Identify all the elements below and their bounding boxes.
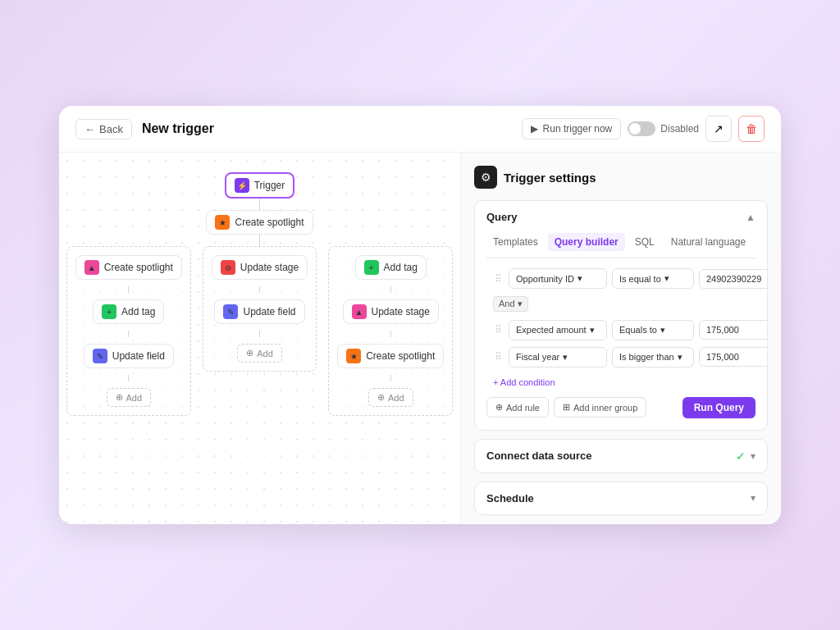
add-node-middle[interactable]: ⊕ Add bbox=[237, 344, 282, 363]
connector bbox=[128, 286, 129, 293]
tab-query-builder[interactable]: Query builder bbox=[548, 233, 625, 251]
chevron-down-icon-2: ▾ bbox=[664, 273, 669, 284]
operator-select-2[interactable]: Equals to ▾ bbox=[612, 320, 694, 340]
add-label-left: Add bbox=[126, 393, 143, 403]
run-trigger-button[interactable]: ▶ Run trigger now bbox=[522, 118, 622, 139]
remove-tag-label: Update stage bbox=[240, 262, 299, 273]
add-tag-node-1[interactable]: + Add tag bbox=[355, 255, 427, 280]
chevron-down-icon-1: ▾ bbox=[578, 273, 582, 284]
query-section-header[interactable]: Query ▲ bbox=[475, 201, 767, 233]
value-label-3: 175,000 bbox=[706, 352, 739, 362]
check-icon: ✓ bbox=[736, 450, 746, 463]
trigger-icon: ⚡ bbox=[235, 178, 249, 193]
remove-tag-node[interactable]: ⊖ Update stage bbox=[212, 255, 308, 280]
add-tag-icon-1: + bbox=[364, 260, 379, 275]
create-spotlight-node-2[interactable]: ★ Create spotlight bbox=[337, 344, 444, 368]
value-input-1[interactable]: 24902390229 bbox=[699, 269, 768, 289]
chevron-down-icon-3: ▾ bbox=[590, 325, 595, 336]
update-stage-icon-1: ▲ bbox=[84, 260, 99, 275]
back-button[interactable]: ← Back bbox=[75, 119, 132, 139]
tab-sql[interactable]: SQL bbox=[628, 233, 661, 251]
header-check: ✓ ▾ bbox=[736, 450, 756, 463]
schedule-label: Schedule bbox=[486, 492, 534, 504]
connector bbox=[390, 331, 391, 337]
add-rule-label: Add rule bbox=[506, 403, 540, 413]
query-label: Query bbox=[486, 211, 518, 223]
branch-right: + Add tag ▲ Update stage ★ Cre bbox=[328, 246, 453, 416]
toggle-area: Disabled bbox=[628, 121, 699, 136]
add-tag-label-2: Add tag bbox=[121, 306, 155, 317]
add-condition-label: + Add condition bbox=[493, 377, 555, 387]
run-trigger-label: Run trigger now bbox=[543, 123, 613, 135]
operator-label-2: Equals to bbox=[619, 325, 657, 335]
update-stage-node-1[interactable]: ▲ Create spotlight bbox=[75, 255, 182, 280]
tab-templates[interactable]: Templates bbox=[486, 233, 545, 251]
trash-icon: 🗑 bbox=[746, 122, 757, 135]
query-tabs: Templates Query builder SQL Natural lang… bbox=[486, 233, 756, 258]
drag-handle-3[interactable]: ⠿ bbox=[493, 351, 504, 363]
connector bbox=[259, 199, 260, 210]
add-node-left[interactable]: ⊕ Add bbox=[107, 388, 152, 407]
branch-left: ▲ Create spotlight + Add tag ✎ bbox=[66, 246, 191, 416]
tab-natural-language[interactable]: Natural language bbox=[664, 233, 752, 251]
settings-icon: ⚙ bbox=[474, 166, 497, 189]
header-left: ← Back New trigger bbox=[75, 119, 214, 139]
value-input-2[interactable]: 175,000 bbox=[699, 320, 768, 340]
and-label: And bbox=[499, 299, 515, 308]
link-button[interactable]: ↗ bbox=[705, 116, 732, 142]
query-actions: ⊕ Add rule ⊞ Add inner group Run Query bbox=[486, 397, 756, 418]
update-field-node-2[interactable]: ✎ Update field bbox=[84, 344, 174, 368]
plus-icon-right: ⊕ bbox=[377, 392, 385, 403]
settings-header: ⚙ Trigger settings bbox=[474, 166, 768, 189]
chevron-down-connect: ▾ bbox=[751, 450, 756, 462]
trigger-node[interactable]: ⚡ Trigger bbox=[225, 172, 295, 199]
connect-data-source-section: Connect data source ✓ ▾ bbox=[474, 439, 768, 473]
disabled-toggle[interactable] bbox=[628, 121, 655, 136]
create-spotlight-label: Create spotlight bbox=[235, 217, 304, 228]
add-condition-btn[interactable]: + Add condition bbox=[493, 376, 555, 389]
add-rule-button[interactable]: ⊕ Add rule bbox=[486, 397, 549, 418]
update-stage-label-2: Update stage bbox=[372, 306, 430, 317]
schedule-section: Schedule ▾ bbox=[474, 482, 768, 515]
schedule-header[interactable]: Schedule ▾ bbox=[475, 482, 767, 514]
connector bbox=[259, 331, 260, 337]
operator-label-1: Is equal to bbox=[619, 274, 661, 284]
field-select-1[interactable]: Opportunity ID ▾ bbox=[509, 268, 607, 289]
run-query-label: Run Query bbox=[694, 402, 744, 413]
add-tag-node-2[interactable]: + Add tag bbox=[93, 299, 164, 324]
and-badge[interactable]: And ▾ bbox=[493, 296, 528, 312]
connector bbox=[259, 286, 260, 293]
add-node-right[interactable]: ⊕ Add bbox=[368, 388, 413, 407]
workflow-panel: ⚡ Trigger ★ Create spotlight bbox=[59, 153, 461, 524]
back-label: Back bbox=[99, 123, 123, 135]
drag-handle-2[interactable]: ⠿ bbox=[493, 324, 504, 336]
add-inner-group-button[interactable]: ⊞ Add inner group bbox=[554, 397, 646, 418]
field-select-2[interactable]: Expected amount ▾ bbox=[509, 320, 607, 340]
create-spotlight-icon-2: ★ bbox=[346, 349, 361, 363]
create-spotlight-node[interactable]: ★ Create spotlight bbox=[206, 210, 313, 235]
connect-data-source-label: Connect data source bbox=[486, 450, 592, 462]
operator-select-1[interactable]: Is equal to ▾ bbox=[612, 268, 694, 289]
update-field-node-1[interactable]: ✎ Update field bbox=[214, 299, 304, 324]
drag-handle-1[interactable]: ⠿ bbox=[493, 273, 504, 285]
operator-select-3[interactable]: Is bigger than ▾ bbox=[612, 347, 694, 368]
toggle-label: Disabled bbox=[660, 123, 699, 135]
delete-button[interactable]: 🗑 bbox=[738, 116, 765, 142]
and-badge-container: And ▾ bbox=[493, 295, 768, 315]
value-input-3[interactable]: 175,000 bbox=[699, 347, 768, 367]
connector bbox=[259, 235, 260, 246]
field-label-1: Opportunity ID bbox=[516, 274, 574, 284]
chevron-down-icon-4: ▾ bbox=[660, 325, 665, 336]
run-query-button[interactable]: Run Query bbox=[682, 397, 756, 418]
header-right: ▶ Run trigger now Disabled ↗ 🗑 bbox=[522, 116, 765, 142]
tab-sql-label: SQL bbox=[635, 236, 655, 248]
field-select-3[interactable]: Fiscal year ▾ bbox=[509, 347, 607, 368]
update-stage-label-1: Create spotlight bbox=[104, 262, 173, 273]
plus-icon: ⊕ bbox=[116, 392, 123, 403]
update-stage-node-2[interactable]: ▲ Update stage bbox=[343, 299, 439, 324]
connect-data-source-header[interactable]: Connect data source ✓ ▾ bbox=[475, 440, 767, 472]
query-section: Query ▲ Templates Query builder SQL bbox=[474, 200, 768, 431]
play-icon: ▶ bbox=[531, 123, 538, 135]
condition-row-1: ⠿ Opportunity ID ▾ Is equal to ▾ bbox=[493, 268, 768, 289]
condition-row-3: ⠿ Fiscal year ▾ Is bigger than ▾ bbox=[493, 347, 768, 368]
